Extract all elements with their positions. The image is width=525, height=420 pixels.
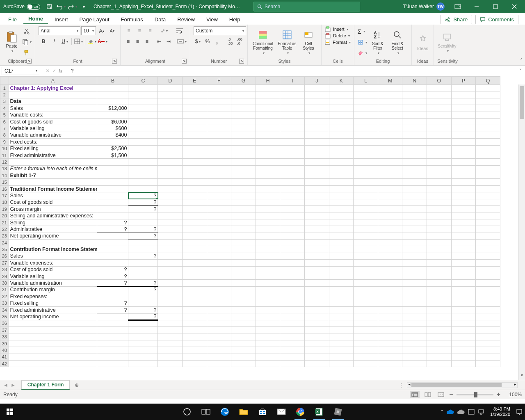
- cell-I19[interactable]: [280, 206, 305, 212]
- cell-I4[interactable]: [280, 105, 305, 112]
- cell-B10[interactable]: $2,500: [97, 145, 128, 152]
- cell-C32[interactable]: [128, 293, 158, 300]
- cell-G12[interactable]: [231, 159, 256, 165]
- cell-L23[interactable]: [354, 233, 378, 239]
- row-header[interactable]: 10: [0, 145, 9, 152]
- row-header[interactable]: 5: [0, 112, 9, 118]
- cell-D36[interactable]: [158, 320, 183, 326]
- row-35[interactable]: 35Net operating income?: [0, 313, 500, 320]
- format-cells-button[interactable]: Format▾: [325, 39, 351, 45]
- undo-button[interactable]: ▾: [55, 0, 66, 13]
- ideas-button[interactable]: Ideas: [415, 26, 430, 58]
- cell-L8[interactable]: [354, 132, 378, 138]
- cell-L10[interactable]: [354, 145, 378, 152]
- cell-I16[interactable]: [280, 185, 305, 192]
- cell-D27[interactable]: [158, 260, 183, 266]
- cell-I18[interactable]: [280, 199, 305, 205]
- bold-button[interactable]: B: [39, 37, 48, 46]
- cell-N31[interactable]: [402, 286, 427, 293]
- cell-L38[interactable]: [354, 333, 378, 340]
- cell-F17[interactable]: [207, 192, 231, 199]
- cell-Q17[interactable]: [476, 192, 500, 199]
- cell-B5[interactable]: [97, 112, 128, 118]
- cell-O37[interactable]: [427, 327, 452, 333]
- cell-P42[interactable]: [451, 361, 476, 367]
- cell-C22[interactable]: ?: [128, 226, 158, 233]
- cell-I13[interactable]: [280, 165, 305, 172]
- cell-E29[interactable]: [182, 273, 207, 279]
- cell-M10[interactable]: [378, 145, 402, 152]
- cell-O29[interactable]: [427, 273, 452, 279]
- sheet-nav-prev[interactable]: ◄: [3, 382, 8, 388]
- cell-F16[interactable]: [207, 185, 231, 192]
- cell-K23[interactable]: [329, 233, 354, 239]
- cell-G22[interactable]: [231, 226, 256, 233]
- delete-cells-button[interactable]: Delete▾: [325, 33, 351, 39]
- cell-B7[interactable]: $600: [97, 125, 128, 132]
- cell-A37[interactable]: [9, 327, 97, 333]
- cell-J35[interactable]: [305, 313, 329, 320]
- cell-A11[interactable]: Fixed administrative: [9, 152, 97, 158]
- cell-D10[interactable]: [158, 145, 183, 152]
- cell-styles-button[interactable]: Cell Styles▾: [299, 26, 317, 58]
- cell-B14[interactable]: [97, 172, 128, 179]
- clock[interactable]: 8:49 PM 1/19/2020: [488, 406, 513, 417]
- row-header[interactable]: 3: [0, 98, 9, 105]
- row-40[interactable]: 40: [0, 347, 500, 354]
- cell-A1[interactable]: Chapter 1: Applying Excel: [9, 85, 97, 91]
- cell-H9[interactable]: [256, 139, 280, 145]
- cell-H28[interactable]: [256, 266, 280, 273]
- cell-D14[interactable]: [158, 172, 183, 179]
- cell-N16[interactable]: [402, 185, 427, 192]
- cell-Q29[interactable]: [476, 273, 500, 279]
- cell-Q37[interactable]: [476, 327, 500, 333]
- cell-P27[interactable]: [451, 260, 476, 266]
- cell-B8[interactable]: $400: [97, 132, 128, 138]
- cell-H17[interactable]: [256, 192, 280, 199]
- row-header[interactable]: 23: [0, 233, 9, 239]
- cell-H14[interactable]: [256, 172, 280, 179]
- cell-B26[interactable]: [97, 253, 128, 259]
- cell-F33[interactable]: [207, 300, 231, 306]
- cell-P26[interactable]: [451, 253, 476, 259]
- cell-F6[interactable]: [207, 118, 231, 125]
- cell-I35[interactable]: [280, 313, 305, 320]
- cell-N36[interactable]: [402, 320, 427, 326]
- cell-J16[interactable]: [305, 185, 329, 192]
- cell-J27[interactable]: [305, 260, 329, 266]
- row-10[interactable]: 10 Fixed selling$2,500: [0, 145, 500, 152]
- cell-O41[interactable]: [427, 354, 452, 360]
- cell-F9[interactable]: [207, 139, 231, 145]
- cell-N28[interactable]: [402, 266, 427, 273]
- cell-G28[interactable]: [231, 266, 256, 273]
- cell-G5[interactable]: [231, 112, 256, 118]
- cell-L6[interactable]: [354, 118, 378, 125]
- paste-button[interactable]: Paste▾: [3, 26, 20, 58]
- cell-G24[interactable]: [231, 239, 256, 246]
- cell-F37[interactable]: [207, 327, 231, 333]
- cell-H8[interactable]: [256, 132, 280, 138]
- cell-I36[interactable]: [280, 320, 305, 326]
- cell-J40[interactable]: [305, 347, 329, 354]
- cell-P15[interactable]: [451, 179, 476, 185]
- cell-O35[interactable]: [427, 313, 452, 320]
- decrease-indent-button[interactable]: ⇤: [155, 37, 164, 46]
- find-select-button[interactable]: Find & Select▾: [388, 26, 406, 58]
- cell-H18[interactable]: [256, 199, 280, 205]
- cell-G2[interactable]: [231, 91, 256, 98]
- cell-F21[interactable]: [207, 219, 231, 226]
- cell-L41[interactable]: [354, 354, 378, 360]
- cell-O38[interactable]: [427, 333, 452, 340]
- cell-G9[interactable]: [231, 139, 256, 145]
- cell-H40[interactable]: [256, 347, 280, 354]
- cell-J38[interactable]: [305, 333, 329, 340]
- cell-I12[interactable]: [280, 159, 305, 165]
- row-header[interactable]: 38: [0, 333, 9, 340]
- row-header[interactable]: 15: [0, 179, 9, 185]
- cell-P23[interactable]: [451, 233, 476, 239]
- cell-L4[interactable]: [354, 105, 378, 112]
- fx-button[interactable]: fx: [59, 68, 62, 74]
- name-box[interactable]: C17▾: [2, 67, 40, 75]
- cell-P24[interactable]: [451, 239, 476, 246]
- cell-G23[interactable]: [231, 233, 256, 239]
